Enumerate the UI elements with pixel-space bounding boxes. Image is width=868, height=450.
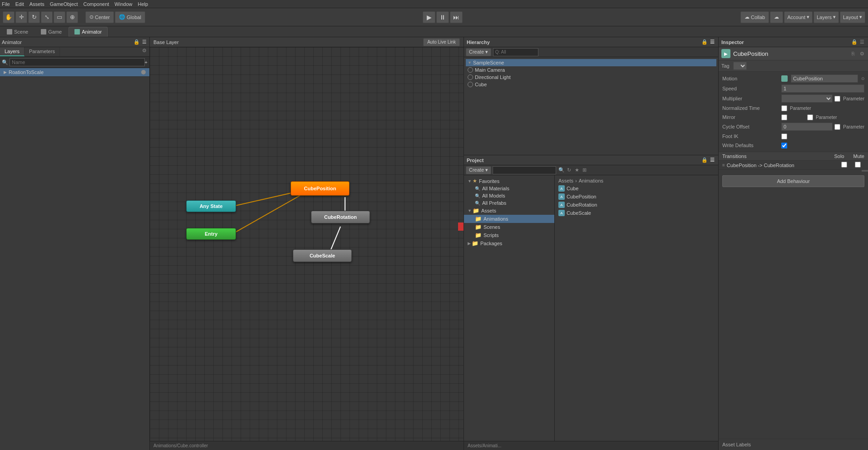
tab-animator[interactable]: Animator bbox=[69, 27, 108, 37]
hierarchy-menu-btn[interactable]: ☰ bbox=[709, 39, 715, 45]
tree-scenes[interactable]: 📁 Scenes bbox=[464, 223, 554, 231]
tree-scripts[interactable]: 📁 Scripts bbox=[464, 231, 554, 239]
light-name: Directional Light bbox=[475, 74, 511, 80]
animator-lock-btn[interactable]: 🔒 bbox=[133, 39, 140, 45]
cycle-offset-param-checkbox[interactable] bbox=[834, 124, 840, 130]
tree-all-prefabs[interactable]: 🔍 All Prefabs bbox=[464, 199, 554, 207]
tool-hand[interactable]: ✋ bbox=[3, 11, 15, 23]
cloud-btn[interactable]: ☁ bbox=[770, 11, 783, 23]
assets-breadcrumb[interactable]: Assets bbox=[558, 178, 573, 183]
inspector-controls: 🔒 ☰ bbox=[851, 39, 865, 45]
menu-file[interactable]: File bbox=[2, 1, 10, 7]
tree-all-models[interactable]: 🔍 All Models bbox=[464, 192, 554, 199]
normalized-time-checkbox[interactable] bbox=[781, 105, 787, 111]
project-search-icon[interactable]: 🔍 bbox=[558, 167, 565, 173]
mirror-checkbox[interactable] bbox=[781, 114, 787, 120]
node-any-state[interactable]: Any State bbox=[186, 200, 236, 212]
motion-select-btn[interactable]: ⊙ bbox=[860, 75, 866, 82]
mirror-param-checkbox[interactable] bbox=[807, 114, 813, 120]
account-dropdown[interactable]: Account ▾ bbox=[784, 11, 813, 23]
motion-input[interactable] bbox=[791, 74, 858, 83]
write-defaults-checkbox[interactable] bbox=[781, 143, 787, 148]
project-star-btn[interactable]: ★ bbox=[574, 167, 580, 173]
inspector-lock-btn[interactable]: 🔒 bbox=[851, 39, 858, 45]
hierarchy-lock-btn[interactable]: 🔒 bbox=[701, 39, 708, 45]
transitions-header-controls: Solo Mute bbox=[834, 153, 865, 159]
pivot-global-btn[interactable]: 🌐 Global bbox=[115, 11, 145, 23]
animator-canvas[interactable]: CubePosition Any State Entry CubeRotatio… bbox=[150, 47, 464, 441]
cycle-offset-input[interactable] bbox=[781, 123, 833, 131]
tree-packages[interactable]: ▶ 📁 Packages bbox=[464, 239, 554, 247]
file-cubeposition[interactable]: A CubePosition bbox=[557, 193, 716, 201]
project-refresh-btn[interactable]: ↻ bbox=[566, 167, 572, 173]
tab-game[interactable]: Game bbox=[35, 27, 68, 37]
animator-tab-layers[interactable]: Layers bbox=[0, 47, 25, 56]
hier-item-directionallight[interactable]: Directional Light bbox=[466, 74, 716, 81]
tree-all-materials[interactable]: 🔍 All Materials bbox=[464, 185, 554, 192]
layout-dropdown[interactable]: Layout ▾ bbox=[840, 11, 865, 23]
tool-rect[interactable]: ▭ bbox=[54, 11, 65, 23]
node-cubescale[interactable]: CubeScale bbox=[293, 249, 352, 262]
animator-search-input[interactable] bbox=[10, 58, 145, 66]
multiplier-param-checkbox[interactable] bbox=[834, 96, 840, 102]
add-behaviour-btn[interactable]: Add Behaviour bbox=[722, 175, 864, 187]
hier-item-maincamera[interactable]: Main Camera bbox=[466, 66, 716, 74]
menu-gameobject[interactable]: GameObject bbox=[50, 1, 78, 7]
animator-menu-btn[interactable]: ☰ bbox=[141, 39, 148, 45]
layers-dropdown[interactable]: Layers ▾ bbox=[814, 11, 839, 23]
animator-settings-btn[interactable]: ⚙ bbox=[141, 47, 148, 54]
auto-live-link-btn[interactable]: Auto Live Link bbox=[423, 38, 460, 46]
speed-input[interactable] bbox=[781, 84, 864, 93]
tree-animations[interactable]: 📁 Animations bbox=[464, 215, 554, 223]
project-tree: ▼ ★ Favorites 🔍 All Materials 🔍 All Mode… bbox=[464, 175, 555, 441]
animator-add-layer-btn[interactable]: + bbox=[145, 59, 148, 65]
pause-btn[interactable]: ⏸ bbox=[436, 11, 449, 23]
all-prefabs-label: All Prefabs bbox=[482, 200, 506, 206]
menu-help[interactable]: Help bbox=[138, 1, 148, 7]
tree-favorites[interactable]: ▼ ★ Favorites bbox=[464, 177, 554, 185]
play-btn[interactable]: ▶ bbox=[423, 11, 435, 23]
tab-scene[interactable]: Scene bbox=[1, 27, 34, 37]
tag-dropdown[interactable] bbox=[733, 62, 747, 70]
hierarchy-create-btn[interactable]: Create ▾ bbox=[466, 48, 491, 56]
hierarchy-search-input[interactable] bbox=[493, 48, 538, 56]
menu-assets[interactable]: Assets bbox=[30, 1, 44, 7]
tool-transform[interactable]: ⊕ bbox=[66, 11, 78, 23]
project-menu-btn[interactable]: ☰ bbox=[709, 157, 715, 163]
node-entry[interactable]: Entry bbox=[186, 228, 236, 240]
node-cuberotation[interactable]: CubeRotation bbox=[311, 211, 370, 223]
project-lock-btn[interactable]: 🔒 bbox=[701, 157, 708, 163]
menu-component[interactable]: Component bbox=[83, 1, 109, 7]
menu-edit[interactable]: Edit bbox=[15, 1, 24, 7]
step-btn[interactable]: ⏭ bbox=[450, 11, 463, 23]
foot-ik-checkbox[interactable] bbox=[781, 134, 787, 139]
layer-name: RoationToScale bbox=[9, 69, 141, 75]
project-expand-btn[interactable]: ⊞ bbox=[582, 167, 588, 173]
collab-btn[interactable]: ☁ Collab bbox=[740, 11, 769, 23]
collab-icon: ☁ bbox=[745, 14, 750, 20]
file-cubescale[interactable]: A CubeScale bbox=[557, 209, 716, 217]
project-create-btn[interactable]: Create ▾ bbox=[466, 166, 491, 174]
animator-tab-parameters[interactable]: Parameters bbox=[25, 47, 60, 56]
file-cuberotation[interactable]: A CubeRotation bbox=[557, 201, 716, 209]
hier-item-samplescene[interactable]: ▼ SampleScene bbox=[466, 59, 716, 66]
pivot-center-btn[interactable]: ⊙ Center bbox=[85, 11, 114, 23]
node-cubeposition[interactable]: CubePosition bbox=[291, 181, 350, 196]
transitions-scrollbar[interactable] bbox=[862, 170, 868, 172]
project-search-input[interactable] bbox=[493, 166, 556, 174]
inspector-copy-btn[interactable]: ⎘ bbox=[850, 50, 856, 57]
tree-assets[interactable]: ▼ 📁 Assets bbox=[464, 207, 554, 215]
layer-item-roationtoscale[interactable]: ▶ RoationToScale bbox=[0, 68, 149, 77]
menu-window[interactable]: Window bbox=[114, 1, 132, 7]
inspector-menu-btn[interactable]: ☰ bbox=[859, 39, 865, 45]
inspector-gear-btn[interactable]: ⚙ bbox=[859, 50, 865, 57]
file-cube[interactable]: A Cube bbox=[557, 184, 716, 193]
tool-move[interactable]: ✛ bbox=[15, 11, 27, 23]
tool-rotate[interactable]: ↻ bbox=[28, 11, 40, 23]
scripts-label: Scripts bbox=[483, 232, 499, 238]
tool-scale[interactable]: ⤡ bbox=[41, 11, 53, 23]
animations-breadcrumb[interactable]: Animations bbox=[579, 178, 603, 183]
multiplier-dropdown[interactable] bbox=[781, 94, 833, 103]
hier-item-cube[interactable]: Cube bbox=[466, 81, 716, 88]
transition-item[interactable]: ≡ CubePosition -> CubeRotation bbox=[719, 161, 868, 170]
